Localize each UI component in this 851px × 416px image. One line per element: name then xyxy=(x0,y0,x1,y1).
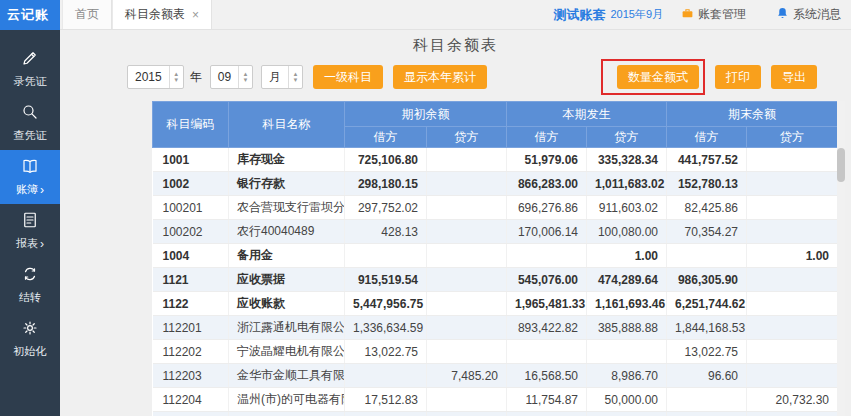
amount-cell: 474,289.64 xyxy=(587,268,667,292)
month-spinner[interactable]: 09 ▲▼ xyxy=(210,65,253,89)
account-name-cell: 应收账款 xyxy=(229,292,345,316)
amount-cell xyxy=(747,364,838,388)
table-row[interactable]: 112201浙江露通机电有限公司1,336,634.59893,422.8238… xyxy=(153,316,838,340)
amount-cell: 6,251,744.62 xyxy=(667,292,747,316)
amount-cell: 16,568.50 xyxy=(507,364,587,388)
account-code-cell: 112203 xyxy=(153,364,229,388)
system-message-label: 系统消息 xyxy=(793,6,841,23)
amount-cell xyxy=(345,244,427,268)
tab-subject-balance[interactable]: 科目余额表 × xyxy=(112,0,212,29)
amount-cell: 8,986.70 xyxy=(587,364,667,388)
amount-cell xyxy=(427,220,507,244)
sidebar-item-voucher-entry[interactable]: 录凭证 xyxy=(0,42,60,96)
tab-label: 科目余额表 xyxy=(125,6,185,23)
account-code-cell: 112204 xyxy=(153,388,229,412)
amount-cell: 7,485.20 xyxy=(427,364,507,388)
col-header-debit: 借方 xyxy=(667,127,747,148)
level-filter-button[interactable]: 一级科目 xyxy=(313,65,383,89)
table-row[interactable]: 1001库存现金725,106.8051,979.06335,328.34441… xyxy=(153,148,838,172)
amount-cell xyxy=(747,220,838,244)
account-set-name[interactable]: 测试账套 xyxy=(553,6,605,24)
sidebar-nav: 录凭证 查凭证 账簿› 报表› xyxy=(0,42,60,366)
table-row[interactable]: 100201农合营现支行雷坝分理处297,752.02696,276.86911… xyxy=(153,196,838,220)
account-name-cell: 温州(市)的可电器有限公司 xyxy=(229,388,345,412)
table-header: 科目编码 科目名称 期初余额 本期发生 期末余额 借方 贷方 借方 贷方 借方 xyxy=(153,102,838,148)
col-header-opening: 期初余额 xyxy=(345,102,507,127)
show-ytd-button[interactable]: 显示本年累计 xyxy=(393,65,487,89)
amount-cell: 441,757.52 xyxy=(667,148,747,172)
sidebar-item-reports[interactable]: 报表› xyxy=(0,204,60,258)
amount-cell: 1.00 xyxy=(587,244,667,268)
amount-cell: 915,519.54 xyxy=(345,268,427,292)
account-code-cell: 112201 xyxy=(153,316,229,340)
amount-cell: 13,022.75 xyxy=(667,340,747,364)
amount-cell: 13,022.75 xyxy=(345,340,427,364)
amount-cell xyxy=(587,340,667,364)
amount-cell: 986,305.90 xyxy=(667,268,747,292)
search-icon xyxy=(21,103,39,124)
table-row[interactable]: 112203金华市金顺工具有限公司7,485.2016,568.508,986.… xyxy=(153,364,838,388)
app-logo: 云记账 xyxy=(0,0,60,30)
account-code-cell: 1004 xyxy=(153,244,229,268)
amount-cell: 866,283.00 xyxy=(507,172,587,196)
bell-icon xyxy=(776,7,789,23)
amount-cell xyxy=(747,412,838,416)
account-name-cell: 备用金 xyxy=(229,244,345,268)
amount-cell xyxy=(507,244,587,268)
sidebar-item-initialize[interactable]: 初始化 xyxy=(0,312,60,366)
amount-cell xyxy=(747,172,838,196)
account-name-cell: 农合营现支行雷坝分理处 xyxy=(229,196,345,220)
amount-cell xyxy=(587,412,667,416)
table-row[interactable]: 112202宁波晶耀电机有限公司13,022.7513,022.75 xyxy=(153,340,838,364)
chevron-right-icon: › xyxy=(40,238,44,250)
tab-bar: 首页 科目余额表 × xyxy=(60,0,212,29)
account-name-cell: 农行40040489 xyxy=(229,220,345,244)
sidebar-item-ledger[interactable]: 账簿› xyxy=(0,150,60,204)
amount-cell xyxy=(747,148,838,172)
year-label: 年 xyxy=(190,69,202,86)
table-row[interactable]: 1002银行存款298,180.15866,283.001,011,683.02… xyxy=(153,172,838,196)
transfer-icon xyxy=(21,265,39,286)
period-unit-select[interactable]: 月 ▲▼ xyxy=(261,65,303,89)
spinner-arrows-icon[interactable]: ▲▼ xyxy=(169,66,183,88)
year-spinner[interactable]: 2015 ▲▼ xyxy=(127,65,184,89)
amount-cell: 96.60 xyxy=(667,364,747,388)
sidebar-item-carryover[interactable]: 结转 xyxy=(0,258,60,312)
account-code-cell: 112202 xyxy=(153,340,229,364)
export-button[interactable]: 导出 xyxy=(771,65,817,89)
spinner-arrows-icon[interactable]: ▲▼ xyxy=(288,66,302,88)
amount-cell xyxy=(427,316,507,340)
close-icon[interactable]: × xyxy=(192,8,199,22)
table-row[interactable]: 1122应收账款5,447,956.751,965,481.331,161,69… xyxy=(153,292,838,316)
account-name-cell: 银行存款 xyxy=(229,172,345,196)
table-row[interactable]: 1121应收票据915,519.54545,076.00474,289.6498… xyxy=(153,268,838,292)
account-manage-link[interactable]: 账套管理 xyxy=(681,6,746,23)
table-row[interactable]: 1004备用金1.001.00 xyxy=(153,244,838,268)
tab-home[interactable]: 首页 xyxy=(62,0,112,29)
amount-cell: 82,425.86 xyxy=(667,196,747,220)
account-code-cell: 1121 xyxy=(153,268,229,292)
system-message-link[interactable]: 系统消息 xyxy=(776,6,841,23)
amount-cell: 51,979.06 xyxy=(507,148,587,172)
qty-amount-format-button[interactable]: 数量金额式 xyxy=(617,65,699,89)
print-button[interactable]: 打印 xyxy=(715,65,761,89)
sidebar-item-label: 录凭证 xyxy=(14,74,47,89)
table-row[interactable]: 1122 xyxy=(153,412,838,416)
sidebar-item-label: 初始化 xyxy=(14,344,47,359)
table-row[interactable]: 100202农行40040489428.13170,006.14100,080.… xyxy=(153,220,838,244)
amount-cell: 152,780.13 xyxy=(667,172,747,196)
pencil-icon xyxy=(21,49,39,70)
col-header-credit: 贷方 xyxy=(427,127,507,148)
col-header-credit: 贷方 xyxy=(587,127,667,148)
sidebar-item-voucher-search[interactable]: 查凭证 xyxy=(0,96,60,150)
amount-cell: 170,006.14 xyxy=(507,220,587,244)
spinner-arrows-icon[interactable]: ▲▼ xyxy=(238,66,252,88)
chevron-right-icon: › xyxy=(40,184,44,196)
col-header-credit: 贷方 xyxy=(747,127,838,148)
scrollbar-thumb[interactable] xyxy=(837,148,845,182)
book-icon xyxy=(21,157,39,178)
table-scrollbar[interactable] xyxy=(837,101,845,416)
amount-cell: 1.00 xyxy=(747,244,838,268)
table-row[interactable]: 112204温州(市)的可电器有限公司17,512.8311,754.8750,… xyxy=(153,388,838,412)
topbar-right: 测试账套 2015年9月 账套管理 系统消息 xyxy=(553,0,851,29)
